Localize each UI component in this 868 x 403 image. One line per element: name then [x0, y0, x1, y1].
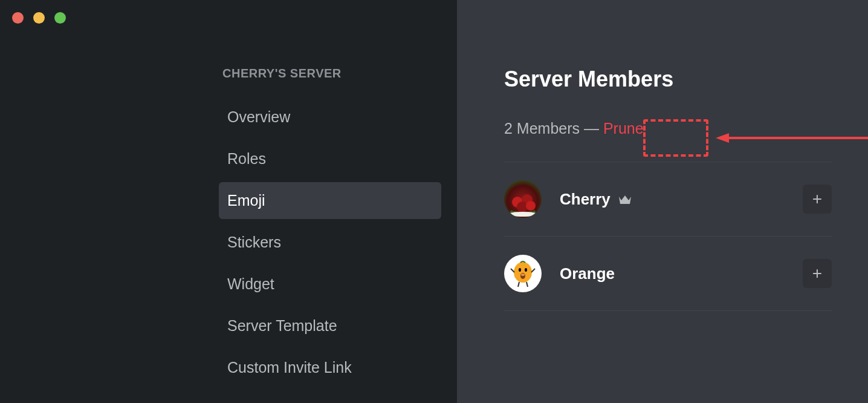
prune-link[interactable]: Prune [603, 120, 644, 137]
svg-point-4 [508, 212, 537, 217]
member-row[interactable]: Cherry+ [504, 162, 832, 237]
window-minimize-icon[interactable] [33, 12, 45, 24]
svg-line-10 [511, 269, 514, 272]
sidebar-item-server-template[interactable]: Server Template [219, 307, 441, 344]
main-panel: Server Members 2 Members — Prune Cherry+… [457, 0, 868, 403]
avatar [504, 255, 542, 292]
member-row[interactable]: Orange+ [504, 237, 832, 311]
nav-header: CHERRY'S SERVER [219, 67, 441, 80]
add-role-button[interactable]: + [803, 185, 832, 214]
sidebar-item-stickers[interactable]: Stickers [219, 224, 441, 261]
settings-sidebar: CHERRY'S SERVER OverviewRolesEmojiSticke… [0, 0, 457, 403]
window-close-icon[interactable] [12, 12, 24, 24]
crown-icon [618, 193, 632, 205]
avatar [504, 180, 542, 218]
member-name: Cherry [560, 190, 611, 209]
svg-point-9 [521, 274, 525, 276]
svg-point-6 [519, 268, 521, 272]
sidebar-item-roles[interactable]: Roles [219, 140, 441, 177]
add-role-button[interactable]: + [803, 259, 832, 288]
member-count-row: 2 Members — Prune [504, 120, 832, 137]
sidebar-item-widget[interactable]: Widget [219, 266, 441, 303]
sidebar-item-emoji[interactable]: Emoji [219, 182, 441, 219]
window-maximize-icon[interactable] [54, 12, 66, 24]
svg-point-3 [526, 201, 536, 211]
sidebar-item-overview[interactable]: Overview [219, 99, 441, 136]
member-name: Orange [560, 264, 615, 283]
member-count-text: 2 Members — [504, 120, 603, 137]
nav-section: CHERRY'S SERVER OverviewRolesEmojiSticke… [219, 67, 441, 391]
plus-icon: + [812, 191, 822, 208]
page-title: Server Members [504, 67, 832, 92]
sidebar-item-custom-invite-link[interactable]: Custom Invite Link [219, 349, 441, 386]
svg-line-12 [518, 282, 519, 287]
svg-point-5 [514, 262, 532, 283]
svg-line-11 [531, 269, 535, 272]
plus-icon: + [812, 265, 822, 282]
window-traffic-lights [12, 12, 66, 24]
svg-line-13 [526, 282, 528, 287]
svg-point-7 [525, 268, 527, 272]
